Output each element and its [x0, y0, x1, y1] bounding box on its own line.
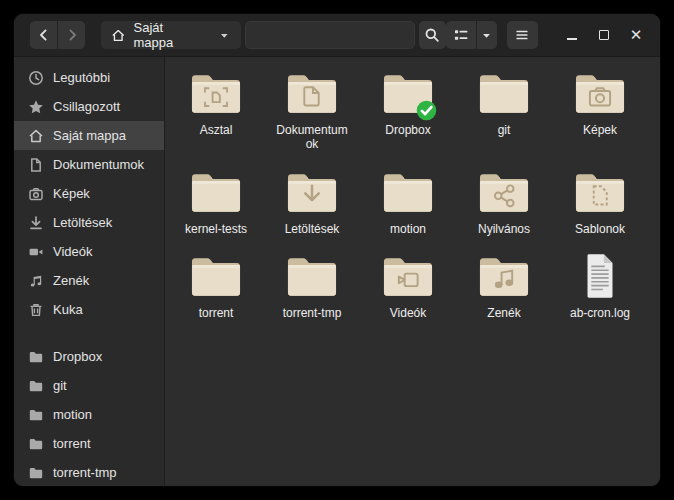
sidebar-item-label: Videók — [53, 244, 93, 259]
sidebar-list: LegutóbbiCsillagozottSaját mappaDokument… — [14, 63, 164, 486]
file-item-sablonok[interactable]: Sablonok — [552, 165, 648, 236]
location-entry[interactable] — [245, 21, 415, 49]
file-item-dropbox[interactable]: Dropbox — [360, 66, 456, 152]
sidebar-item-label: torrent — [53, 436, 91, 451]
view-toggle-group — [446, 21, 497, 49]
file-item-torrent-tmp[interactable]: torrent-tmp — [264, 249, 360, 320]
file-item-kernel-tests[interactable]: kernel-tests — [168, 165, 264, 236]
file-icon — [568, 251, 632, 301]
file-item-label: Dropbox — [385, 123, 430, 137]
folder-icon — [472, 251, 536, 301]
sidebar-item-torrent-tmp[interactable]: torrent-tmp — [14, 458, 164, 486]
folder-icon — [280, 167, 344, 217]
list-view-button[interactable] — [446, 21, 476, 49]
caret-down-icon — [480, 29, 493, 42]
sidebar-item-k-pek[interactable]: Képek — [14, 179, 164, 208]
file-item-label: ab-cron.log — [570, 306, 630, 320]
file-item-label: torrent-tmp — [283, 306, 342, 320]
file-grid: AsztalDokumentumokDropboxgitKépekkernel-… — [168, 66, 660, 334]
app-menu-button[interactable] — [507, 21, 538, 49]
file-item-label: Nyilvános — [478, 222, 530, 236]
file-item-torrent[interactable]: torrent — [168, 249, 264, 320]
video-icon — [28, 244, 44, 260]
sidebar-section: LegutóbbiCsillagozottSaját mappaDokument… — [14, 63, 164, 324]
folder-icon — [472, 68, 536, 118]
sidebar-item-label: motion — [53, 407, 92, 422]
sidebar-item-torrent[interactable]: torrent — [14, 429, 164, 458]
folder-icon — [28, 349, 44, 365]
sidebar-item-label: torrent-tmp — [53, 465, 117, 480]
file-item-label: kernel-tests — [185, 222, 247, 236]
file-item-label: Zenék — [487, 306, 520, 320]
clock-icon — [28, 70, 44, 86]
search-button[interactable] — [419, 21, 446, 49]
file-item-nyilv-nos[interactable]: Nyilvános — [456, 165, 552, 236]
minimize-icon — [567, 38, 577, 40]
music-icon — [28, 273, 44, 289]
list-view-icon — [453, 27, 469, 43]
file-manager-window: Saját mappa ✕ LegutóbbiCsillago — [14, 14, 660, 486]
sidebar-item-zen-k[interactable]: Zenék — [14, 266, 164, 295]
sidebar-item-saj-t-mappa[interactable]: Saját mappa — [14, 121, 164, 150]
file-item-asztal[interactable]: Asztal — [168, 66, 264, 152]
maximize-icon — [599, 30, 609, 40]
folder-icon — [28, 378, 44, 394]
window-body: LegutóbbiCsillagozottSaját mappaDokument… — [14, 57, 660, 486]
folder-icon — [184, 251, 248, 301]
sidebar-item-label: Képek — [53, 186, 90, 201]
folder-icon — [376, 68, 440, 118]
back-button[interactable] — [30, 21, 57, 49]
home-icon — [111, 28, 126, 43]
back-arrow-icon — [36, 27, 52, 43]
sidebar-item-kuka[interactable]: Kuka — [14, 295, 164, 324]
camera-icon — [28, 186, 44, 202]
file-item-label: git — [498, 123, 511, 137]
close-button[interactable]: ✕ — [624, 23, 648, 47]
sidebar-item-legut-bbi[interactable]: Legutóbbi — [14, 63, 164, 92]
file-item-git[interactable]: git — [456, 66, 552, 152]
file-item-label: Dokumentumok — [274, 123, 350, 152]
forward-button[interactable] — [58, 21, 85, 49]
sidebar-section: Dropboxgitmotiontorrenttorrent-tmp — [14, 342, 164, 486]
sidebar-item-motion[interactable]: motion — [14, 400, 164, 429]
folder-icon — [280, 251, 344, 301]
history-nav-group — [30, 21, 85, 49]
current-location-label: Saját mappa — [134, 20, 205, 50]
view-options-dropdown-button[interactable] — [477, 21, 497, 49]
folder-icon — [376, 167, 440, 217]
folder-icon — [28, 407, 44, 423]
file-item-let-lt-sek[interactable]: Letöltések — [264, 165, 360, 236]
folder-icon — [28, 465, 44, 481]
sidebar-item-dokumentumok[interactable]: Dokumentumok — [14, 150, 164, 179]
file-item-label: Képek — [583, 123, 617, 137]
sidebar-item-dropbox[interactable]: Dropbox — [14, 342, 164, 371]
file-item-k-pek[interactable]: Képek — [552, 66, 648, 152]
hamburger-icon — [514, 27, 530, 43]
sidebar-item-csillagozott[interactable]: Csillagozott — [14, 92, 164, 121]
sidebar-item-label: Zenék — [53, 273, 89, 288]
sync-ok-badge-icon — [416, 100, 437, 121]
file-item-dokumentumok[interactable]: Dokumentumok — [264, 66, 360, 152]
sidebar-item-git[interactable]: git — [14, 371, 164, 400]
file-item-label: torrent — [199, 306, 234, 320]
download-icon — [28, 215, 44, 231]
sidebar-item-label: Csillagozott — [53, 99, 120, 114]
forward-arrow-icon — [64, 27, 80, 43]
sidebar-item-let-lt-sek[interactable]: Letöltések — [14, 208, 164, 237]
file-item-ab-cron-log[interactable]: ab-cron.log — [552, 249, 648, 320]
sidebar-item-vide-k[interactable]: Videók — [14, 237, 164, 266]
trash-icon — [28, 302, 44, 318]
maximize-button[interactable] — [592, 23, 616, 47]
sidebar-item-label: Dokumentumok — [53, 157, 144, 172]
file-item-label: motion — [390, 222, 426, 236]
file-item-motion[interactable]: motion — [360, 165, 456, 236]
file-item-label: Videók — [390, 306, 426, 320]
minimize-button[interactable] — [560, 23, 584, 47]
file-item-zen-k[interactable]: Zenék — [456, 249, 552, 320]
caret-down-icon — [218, 29, 231, 42]
file-item-vide-k[interactable]: Videók — [360, 249, 456, 320]
folder-icon — [184, 68, 248, 118]
sidebar: LegutóbbiCsillagozottSaját mappaDokument… — [14, 57, 165, 486]
current-location-button[interactable]: Saját mappa — [101, 21, 241, 49]
folder-icon — [472, 167, 536, 217]
